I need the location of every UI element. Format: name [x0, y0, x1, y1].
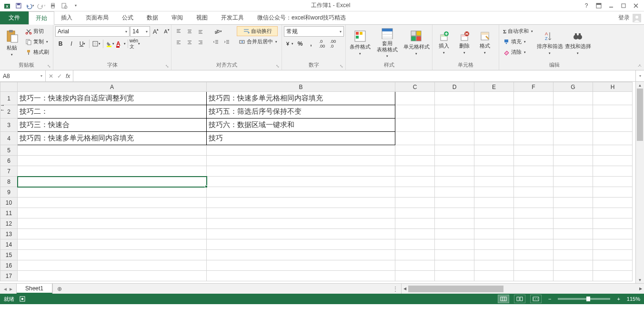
cell-D14[interactable] — [435, 239, 474, 250]
row-header-14[interactable]: 14 — [0, 239, 18, 250]
enter-formula-button[interactable]: ✓ — [57, 73, 62, 79]
cell-A3[interactable]: 技巧三：快速合 — [18, 119, 207, 132]
cell-E11[interactable] — [474, 208, 514, 218]
cell-D11[interactable] — [435, 208, 474, 218]
row-header-17[interactable]: 17 — [0, 271, 18, 281]
cell-B17[interactable] — [207, 271, 395, 281]
cell-G5[interactable] — [553, 145, 593, 156]
cell-H2[interactable] — [593, 105, 633, 119]
cell-E14[interactable] — [474, 239, 514, 250]
ribbon-display-options-button[interactable] — [593, 1, 605, 10]
cell-C11[interactable] — [395, 208, 435, 218]
row-header-5[interactable]: 5 — [0, 145, 18, 156]
cell-D2[interactable] — [435, 105, 474, 119]
cell-C2[interactable] — [395, 105, 435, 119]
cell-F5[interactable] — [514, 145, 553, 156]
maximize-button[interactable] — [617, 1, 630, 10]
cell-F4[interactable] — [514, 132, 553, 145]
cell-A12[interactable] — [18, 218, 207, 229]
cell-G6[interactable] — [553, 156, 593, 166]
view-normal-button[interactable] — [498, 295, 509, 303]
cell-H17[interactable] — [593, 271, 633, 281]
column-header-H[interactable]: H — [593, 82, 633, 92]
cell-H12[interactable] — [593, 218, 633, 229]
cell-A13[interactable] — [18, 229, 207, 239]
cell-F15[interactable] — [514, 250, 553, 260]
cell-C10[interactable] — [395, 198, 435, 208]
save-button[interactable] — [13, 1, 24, 10]
column-header-C[interactable]: C — [395, 82, 435, 92]
cell-A1[interactable]: 技巧一：快速按内容自适应调整列宽 — [18, 92, 207, 105]
cell-D8[interactable] — [435, 177, 474, 187]
cell-A14[interactable] — [18, 239, 207, 250]
align-left-button[interactable] — [173, 37, 184, 48]
cell-G16[interactable] — [553, 260, 593, 271]
format-as-table-button[interactable]: 套用 表格格式▾ — [374, 26, 401, 59]
cell-G15[interactable] — [553, 250, 593, 260]
font-color-button[interactable]: A▾ — [116, 39, 126, 49]
clear-button[interactable]: 清除▾ — [501, 47, 535, 57]
row-header-12[interactable]: 12 — [0, 218, 18, 229]
alignment-dialog-launcher[interactable]: ⤡ — [275, 63, 281, 69]
cell-D5[interactable] — [435, 145, 474, 156]
cell-B13[interactable] — [207, 229, 395, 239]
cell-D9[interactable] — [435, 187, 474, 198]
align-middle-button[interactable] — [184, 26, 195, 37]
scroll-up-button[interactable]: ▲ — [636, 82, 644, 89]
cell-G10[interactable] — [553, 198, 593, 208]
format-painter-button[interactable]: 格式刷 — [23, 47, 51, 57]
help-button[interactable]: ? — [580, 1, 593, 10]
accounting-format-button[interactable]: ¥▾ — [284, 39, 294, 49]
cell-G14[interactable] — [553, 239, 593, 250]
cell-D16[interactable] — [435, 260, 474, 271]
cell-B10[interactable] — [207, 198, 395, 208]
cell-E8[interactable] — [474, 177, 514, 187]
cell-C7[interactable] — [395, 166, 435, 177]
print-preview-button[interactable] — [59, 1, 70, 10]
cell-G13[interactable] — [553, 229, 593, 239]
cell-H14[interactable] — [593, 239, 633, 250]
cell-H7[interactable] — [593, 166, 633, 177]
cell-C1[interactable] — [395, 92, 435, 105]
cell-D4[interactable] — [435, 132, 474, 145]
row-header-15[interactable]: 15 — [0, 250, 18, 260]
view-page-layout-button[interactable] — [514, 295, 525, 303]
cell-E9[interactable] — [474, 187, 514, 198]
tab-5[interactable]: 审阅 — [165, 11, 190, 24]
cell-G12[interactable] — [553, 218, 593, 229]
number-dialog-launcher[interactable]: ⤡ — [339, 63, 344, 69]
cell-C4[interactable] — [395, 132, 435, 145]
tab-8[interactable]: 微信公众号：excel和word技巧精选 — [251, 11, 352, 24]
horizontal-scrollbar[interactable]: ◀ ▶ — [401, 284, 644, 294]
italic-button[interactable]: I — [66, 39, 77, 49]
find-select-button[interactable]: 查找和选择▾ — [564, 26, 591, 59]
zoom-out-button[interactable]: − — [546, 296, 553, 302]
cell-D10[interactable] — [435, 198, 474, 208]
cell-E2[interactable] — [474, 105, 514, 119]
underline-button[interactable]: U▾ — [77, 39, 88, 49]
cell-G1[interactable] — [553, 92, 593, 105]
cell-A10[interactable] — [18, 198, 207, 208]
cell-E12[interactable] — [474, 218, 514, 229]
cell-B16[interactable] — [207, 260, 395, 271]
zoom-slider[interactable] — [558, 298, 610, 300]
column-header-A[interactable]: A — [18, 82, 207, 92]
cell-G8[interactable] — [553, 177, 593, 187]
merge-center-button[interactable]: 合并后居中▾ — [237, 37, 286, 47]
cell-A15[interactable] — [18, 250, 207, 260]
undo-button[interactable]: ▾ — [25, 1, 35, 10]
sheet-tab-scroll-menu[interactable]: ⋮ — [390, 284, 401, 294]
fill-handle[interactable] — [205, 185, 208, 188]
cell-C14[interactable] — [395, 239, 435, 250]
row-header-10[interactable]: 10 — [0, 198, 18, 208]
quick-print-button[interactable] — [48, 1, 58, 10]
borders-button[interactable]: ▾ — [91, 39, 101, 49]
cell-C15[interactable] — [395, 250, 435, 260]
column-header-E[interactable]: E — [474, 82, 514, 92]
cell-E1[interactable] — [474, 92, 514, 105]
cell-F12[interactable] — [514, 218, 553, 229]
cell-E17[interactable] — [474, 271, 514, 281]
zoom-in-button[interactable]: + — [615, 296, 622, 302]
cell-F17[interactable] — [514, 271, 553, 281]
cell-B4[interactable]: 技巧 — [207, 132, 395, 145]
